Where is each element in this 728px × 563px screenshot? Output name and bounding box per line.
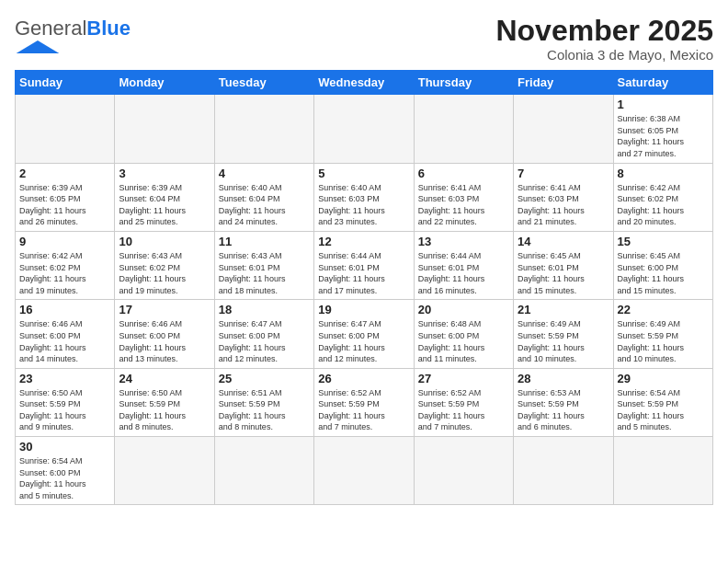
- day-number: 26: [318, 372, 409, 385]
- logo-general: General: [15, 17, 86, 40]
- calendar-cell-w6-d7: [613, 437, 712, 505]
- week-row-2: 2Sunrise: 6:39 AM Sunset: 6:05 PM Daylig…: [16, 163, 713, 231]
- day-info: Sunrise: 6:41 AM Sunset: 6:03 PM Dayligh…: [518, 182, 609, 228]
- calendar-cell-w4-d5: 20Sunrise: 6:48 AM Sunset: 6:00 PM Dayli…: [414, 300, 513, 368]
- day-info: Sunrise: 6:44 AM Sunset: 6:01 PM Dayligh…: [418, 250, 509, 296]
- day-number: 19: [318, 303, 409, 316]
- calendar-cell-w5-d1: 23Sunrise: 6:50 AM Sunset: 5:59 PM Dayli…: [16, 368, 115, 436]
- week-row-6: 30Sunrise: 6:54 AM Sunset: 6:00 PM Dayli…: [16, 437, 713, 505]
- month-title: November 2025: [495, 15, 713, 47]
- day-number: 9: [19, 235, 110, 248]
- day-number: 30: [19, 440, 110, 454]
- calendar-cell-w6-d2: [115, 437, 214, 505]
- day-info: Sunrise: 6:40 AM Sunset: 6:03 PM Dayligh…: [318, 182, 409, 228]
- day-info: Sunrise: 6:53 AM Sunset: 5:59 PM Dayligh…: [518, 387, 609, 433]
- calendar-cell-w6-d4: [314, 437, 414, 505]
- calendar-cell-w1-d5: [414, 95, 513, 163]
- title-area: November 2025 Colonia 3 de Mayo, Mexico: [495, 15, 713, 63]
- day-number: 28: [518, 372, 609, 385]
- day-info: Sunrise: 6:51 AM Sunset: 5:59 PM Dayligh…: [219, 387, 310, 433]
- day-info: Sunrise: 6:47 AM Sunset: 6:00 PM Dayligh…: [219, 318, 310, 364]
- calendar-cell-w2-d2: 3Sunrise: 6:39 AM Sunset: 6:04 PM Daylig…: [115, 163, 214, 231]
- calendar-cell-w1-d1: [16, 95, 115, 163]
- day-info: Sunrise: 6:46 AM Sunset: 6:00 PM Dayligh…: [19, 318, 110, 364]
- calendar-cell-w6-d3: [214, 437, 313, 505]
- calendar-cell-w6-d6: [514, 437, 613, 505]
- day-info: Sunrise: 6:52 AM Sunset: 5:59 PM Dayligh…: [418, 387, 509, 433]
- day-info: Sunrise: 6:46 AM Sunset: 6:00 PM Dayligh…: [119, 318, 210, 364]
- calendar-cell-w4-d6: 21Sunrise: 6:49 AM Sunset: 5:59 PM Dayli…: [514, 300, 613, 368]
- day-number: 6: [418, 167, 509, 180]
- day-number: 22: [618, 303, 709, 316]
- subtitle: Colonia 3 de Mayo, Mexico: [495, 47, 713, 63]
- weekday-header-friday: Friday: [514, 71, 613, 95]
- calendar-cell-w5-d2: 24Sunrise: 6:50 AM Sunset: 5:59 PM Dayli…: [115, 368, 214, 436]
- day-number: 14: [518, 235, 609, 248]
- calendar-cell-w5-d3: 25Sunrise: 6:51 AM Sunset: 5:59 PM Dayli…: [214, 368, 313, 436]
- weekday-header-sunday: Sunday: [16, 71, 115, 95]
- day-number: 8: [618, 167, 709, 180]
- calendar-cell-w4-d4: 19Sunrise: 6:47 AM Sunset: 6:00 PM Dayli…: [314, 300, 414, 368]
- calendar-cell-w5-d5: 27Sunrise: 6:52 AM Sunset: 5:59 PM Dayli…: [414, 368, 513, 436]
- calendar-cell-w2-d5: 6Sunrise: 6:41 AM Sunset: 6:03 PM Daylig…: [414, 163, 513, 231]
- calendar-cell-w1-d3: [214, 95, 313, 163]
- svg-marker-0: [17, 40, 60, 53]
- day-info: Sunrise: 6:45 AM Sunset: 6:01 PM Dayligh…: [518, 250, 609, 296]
- calendar-cell-w5-d7: 29Sunrise: 6:54 AM Sunset: 5:59 PM Dayli…: [613, 368, 712, 436]
- day-info: Sunrise: 6:49 AM Sunset: 5:59 PM Dayligh…: [518, 318, 609, 364]
- day-number: 27: [418, 372, 509, 385]
- calendar-cell-w4-d1: 16Sunrise: 6:46 AM Sunset: 6:00 PM Dayli…: [16, 300, 115, 368]
- day-number: 1: [618, 98, 709, 111]
- calendar-cell-w3-d1: 9Sunrise: 6:42 AM Sunset: 6:02 PM Daylig…: [16, 231, 115, 299]
- day-number: 2: [19, 167, 110, 180]
- calendar-cell-w2-d1: 2Sunrise: 6:39 AM Sunset: 6:05 PM Daylig…: [16, 163, 115, 231]
- calendar-cell-w6-d5: [414, 437, 513, 505]
- calendar-cell-w2-d7: 8Sunrise: 6:42 AM Sunset: 6:02 PM Daylig…: [613, 163, 712, 231]
- calendar-cell-w3-d3: 11Sunrise: 6:43 AM Sunset: 6:01 PM Dayli…: [214, 231, 313, 299]
- day-number: 20: [418, 303, 509, 316]
- calendar-cell-w4-d7: 22Sunrise: 6:49 AM Sunset: 5:59 PM Dayli…: [613, 300, 712, 368]
- day-number: 13: [418, 235, 509, 248]
- calendar-cell-w2-d6: 7Sunrise: 6:41 AM Sunset: 6:03 PM Daylig…: [514, 163, 613, 231]
- day-number: 15: [618, 235, 709, 248]
- calendar-cell-w2-d4: 5Sunrise: 6:40 AM Sunset: 6:03 PM Daylig…: [314, 163, 414, 231]
- day-number: 17: [119, 303, 210, 316]
- logo-icon: [15, 40, 61, 53]
- weekday-header-wednesday: Wednesday: [314, 71, 414, 95]
- calendar-cell-w1-d4: [314, 95, 414, 163]
- day-info: Sunrise: 6:43 AM Sunset: 6:02 PM Dayligh…: [119, 250, 210, 296]
- day-info: Sunrise: 6:42 AM Sunset: 6:02 PM Dayligh…: [618, 182, 709, 228]
- day-info: Sunrise: 6:49 AM Sunset: 5:59 PM Dayligh…: [618, 318, 709, 364]
- day-number: 11: [219, 235, 310, 248]
- calendar-cell-w5-d4: 26Sunrise: 6:52 AM Sunset: 5:59 PM Dayli…: [314, 368, 414, 436]
- calendar-cell-w1-d2: [115, 95, 214, 163]
- calendar-cell-w3-d5: 13Sunrise: 6:44 AM Sunset: 6:01 PM Dayli…: [414, 231, 513, 299]
- day-number: 21: [518, 303, 609, 316]
- logo-blue: Blue: [86, 17, 131, 40]
- weekday-header-monday: Monday: [115, 71, 214, 95]
- day-info: Sunrise: 6:50 AM Sunset: 5:59 PM Dayligh…: [19, 387, 110, 433]
- day-number: 16: [19, 303, 110, 316]
- logo: GeneralBlue: [15, 15, 131, 53]
- calendar-cell-w3-d7: 15Sunrise: 6:45 AM Sunset: 6:00 PM Dayli…: [613, 231, 712, 299]
- weekday-header-row: SundayMondayTuesdayWednesdayThursdayFrid…: [16, 71, 713, 95]
- calendar-cell-w1-d7: 1Sunrise: 6:38 AM Sunset: 6:05 PM Daylig…: [613, 95, 712, 163]
- calendar: SundayMondayTuesdayWednesdayThursdayFrid…: [15, 70, 713, 505]
- calendar-cell-w4-d2: 17Sunrise: 6:46 AM Sunset: 6:00 PM Dayli…: [115, 300, 214, 368]
- header: GeneralBlue November 2025 Colonia 3 de M…: [15, 15, 713, 63]
- day-info: Sunrise: 6:41 AM Sunset: 6:03 PM Dayligh…: [418, 182, 509, 228]
- day-info: Sunrise: 6:40 AM Sunset: 6:04 PM Dayligh…: [219, 182, 310, 228]
- day-info: Sunrise: 6:44 AM Sunset: 6:01 PM Dayligh…: [318, 250, 409, 296]
- week-row-3: 9Sunrise: 6:42 AM Sunset: 6:02 PM Daylig…: [16, 231, 713, 299]
- day-number: 5: [318, 167, 409, 180]
- day-number: 24: [119, 372, 210, 385]
- day-info: Sunrise: 6:54 AM Sunset: 6:00 PM Dayligh…: [19, 455, 110, 501]
- day-number: 18: [219, 303, 310, 316]
- calendar-cell-w3-d6: 14Sunrise: 6:45 AM Sunset: 6:01 PM Dayli…: [514, 231, 613, 299]
- day-number: 10: [119, 235, 210, 248]
- week-row-5: 23Sunrise: 6:50 AM Sunset: 5:59 PM Dayli…: [16, 368, 713, 436]
- day-info: Sunrise: 6:47 AM Sunset: 6:00 PM Dayligh…: [318, 318, 409, 364]
- day-info: Sunrise: 6:39 AM Sunset: 6:05 PM Dayligh…: [19, 182, 110, 228]
- calendar-cell-w3-d4: 12Sunrise: 6:44 AM Sunset: 6:01 PM Dayli…: [314, 231, 414, 299]
- day-info: Sunrise: 6:50 AM Sunset: 5:59 PM Dayligh…: [119, 387, 210, 433]
